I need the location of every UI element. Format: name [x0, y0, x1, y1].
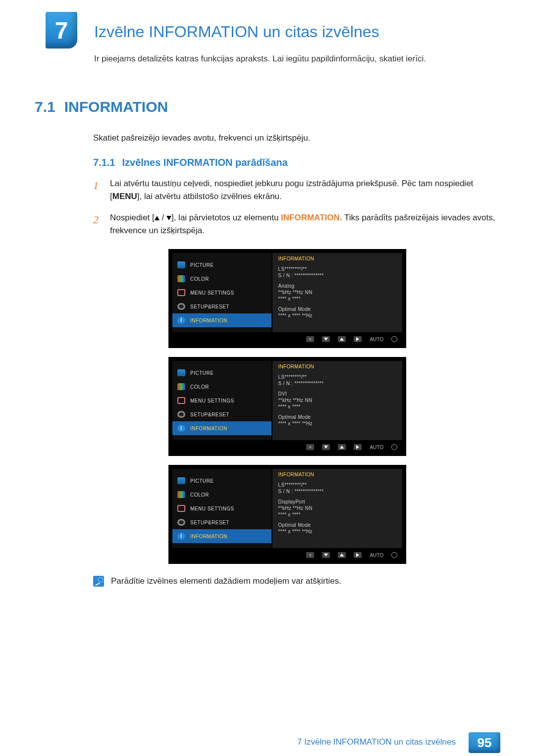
step-1: 1 Lai atvērtu taustiņu ceļvedi, nospiedi… — [93, 177, 500, 203]
osd-source: DVI — [278, 391, 396, 397]
osd-serial: S / N : ************** — [278, 381, 396, 386]
close-icon: ✕ — [306, 552, 314, 558]
osd-footer: ✕AUTO — [172, 442, 402, 452]
osd-optimal-value: **** x **** **Hz — [278, 421, 396, 426]
osd-screenshot: PICTURECOLORMENU SETTINGSSETUP&RESETiINF… — [168, 249, 406, 348]
osd-optimal-label: Optimal Mode — [278, 414, 396, 420]
step-number: 1 — [93, 177, 102, 203]
osd-menu-item: COLOR — [172, 488, 271, 502]
step-text: Nospiediet [ / ], lai pārvietotos uz ele… — [110, 211, 500, 238]
menu-key: MENU — [112, 192, 137, 201]
picture-icon — [177, 261, 185, 268]
osd-left-menu: PICTURECOLORMENU SETTINGSSETUP&RESETiINF… — [172, 361, 271, 440]
osd-menu-item-label: PICTURE — [190, 370, 214, 376]
osd-frequency: **kHz **Hz NN — [278, 505, 396, 511]
triangle-right-icon — [354, 444, 362, 450]
osd-menu-item-label: SETUP&RESET — [190, 412, 229, 417]
triangle-down-icon — [166, 216, 171, 220]
chapter-title: Izvēlne INFORMATION un citas izvēlnes — [94, 10, 500, 41]
osd-optimal-label: Optimal Mode — [278, 522, 396, 528]
osd-source: Analog — [278, 283, 396, 289]
osd-info-panel: INFORMATIONLS********/**S / N : ********… — [271, 469, 402, 548]
osd-optimal-value: **** x **** **Hz — [278, 529, 396, 534]
osd-serial: S / N : ************** — [278, 489, 396, 494]
triangle-down-icon — [322, 552, 330, 558]
page-number-badge: 95 — [469, 732, 500, 753]
chapter-intro: Ir pieejams detalizēts katras funkcijas … — [94, 54, 500, 64]
triangle-down-icon — [322, 336, 330, 342]
setup-icon — [177, 303, 185, 310]
osd-info-panel: INFORMATIONLS********/**S / N : ********… — [271, 361, 402, 440]
step-2: 2 Nospiediet [ / ], lai pārvietotos uz e… — [93, 211, 500, 238]
triangle-up-icon — [338, 336, 346, 342]
note-text: Parādītie izvēlnes elementi dažādiem mod… — [111, 576, 341, 586]
triangle-up-icon — [338, 552, 346, 558]
power-icon — [391, 444, 397, 450]
osd-panel-title: INFORMATION — [278, 364, 396, 369]
setup-icon — [177, 411, 185, 418]
osd-info-panel: INFORMATIONLS********/**S / N : ********… — [271, 253, 402, 332]
section-number: 7.1 — [35, 99, 55, 115]
step-text: Lai atvērtu taustiņu ceļvedi, nospiediet… — [110, 177, 500, 203]
osd-menu-item: PICTURE — [172, 474, 271, 488]
osd-left-menu: PICTURECOLORMENU SETTINGSSETUP&RESETiINF… — [172, 253, 271, 332]
osd-serial: S / N : ************** — [278, 273, 396, 278]
color-icon — [177, 275, 185, 282]
osd-menu-item-label: MENU SETTINGS — [190, 398, 234, 403]
osd-menu-item: PICTURE — [172, 258, 271, 272]
osd-model: LS********/** — [278, 482, 396, 488]
close-icon: ✕ — [306, 444, 314, 450]
osd-frequency: **kHz **Hz NN — [278, 398, 396, 403]
picture-icon — [177, 477, 185, 484]
osd-menu-item-label: PICTURE — [190, 262, 214, 268]
osd-menu-item: iINFORMATION — [172, 421, 271, 435]
osd-menu-item-label: COLOR — [190, 384, 209, 390]
auto-label: AUTO — [370, 445, 383, 450]
osd-footer: ✕AUTO — [172, 334, 402, 344]
triangle-right-icon — [354, 336, 362, 342]
osd-menu-item: COLOR — [172, 380, 271, 394]
note-icon — [93, 576, 104, 587]
osd-panel-title: INFORMATION — [278, 472, 396, 477]
triangle-right-icon — [354, 552, 362, 558]
close-icon: ✕ — [306, 336, 314, 342]
osd-resolution: **** x **** — [278, 512, 396, 517]
osd-menu-item: SETUP&RESET — [172, 515, 271, 529]
osd-screenshot: PICTURECOLORMENU SETTINGSSETUP&RESETiINF… — [168, 357, 406, 456]
osd-resolution: **** x **** — [278, 296, 396, 302]
osd-menu-item: iINFORMATION — [172, 313, 271, 327]
osd-menu-item-label: MENU SETTINGS — [190, 290, 234, 296]
osd-menu-item: MENU SETTINGS — [172, 502, 271, 515]
setup-icon — [177, 519, 185, 526]
color-icon — [177, 383, 185, 390]
osd-footer: ✕AUTO — [172, 550, 402, 560]
osd-model: LS********/** — [278, 374, 396, 380]
triangle-up-icon — [338, 444, 346, 450]
subsection-title-text: Izvēlnes INFORMATION parādīšana — [122, 157, 287, 168]
triangle-up-icon — [155, 216, 160, 220]
osd-menu-item-label: PICTURE — [190, 478, 214, 484]
triangle-down-icon — [322, 444, 330, 450]
menu-icon — [177, 505, 185, 512]
osd-panel-title: INFORMATION — [278, 256, 396, 261]
osd-menu-item: MENU SETTINGS — [172, 286, 271, 300]
info-icon: i — [177, 533, 185, 540]
power-icon — [391, 336, 397, 342]
osd-source: DisplayPort — [278, 499, 396, 504]
osd-menu-item: COLOR — [172, 272, 271, 286]
osd-model: LS********/** — [278, 266, 396, 272]
info-icon: i — [177, 317, 185, 324]
osd-menu-item-label: SETUP&RESET — [190, 520, 229, 525]
osd-menu-item: SETUP&RESET — [172, 300, 271, 313]
menu-icon — [177, 289, 185, 296]
auto-label: AUTO — [370, 337, 383, 342]
osd-frequency: **kHz **Hz NN — [278, 290, 396, 295]
picture-icon — [177, 369, 185, 376]
menu-icon — [177, 397, 185, 404]
osd-menu-item: MENU SETTINGS — [172, 394, 271, 407]
osd-resolution: **** x **** — [278, 404, 396, 409]
osd-menu-item-label: INFORMATION — [190, 318, 227, 323]
section-body: Skatiet pašreizējo ievades avotu, frekve… — [93, 133, 500, 143]
osd-menu-item: PICTURE — [172, 366, 271, 380]
osd-screenshot: PICTURECOLORMENU SETTINGSSETUP&RESETiINF… — [168, 465, 406, 564]
